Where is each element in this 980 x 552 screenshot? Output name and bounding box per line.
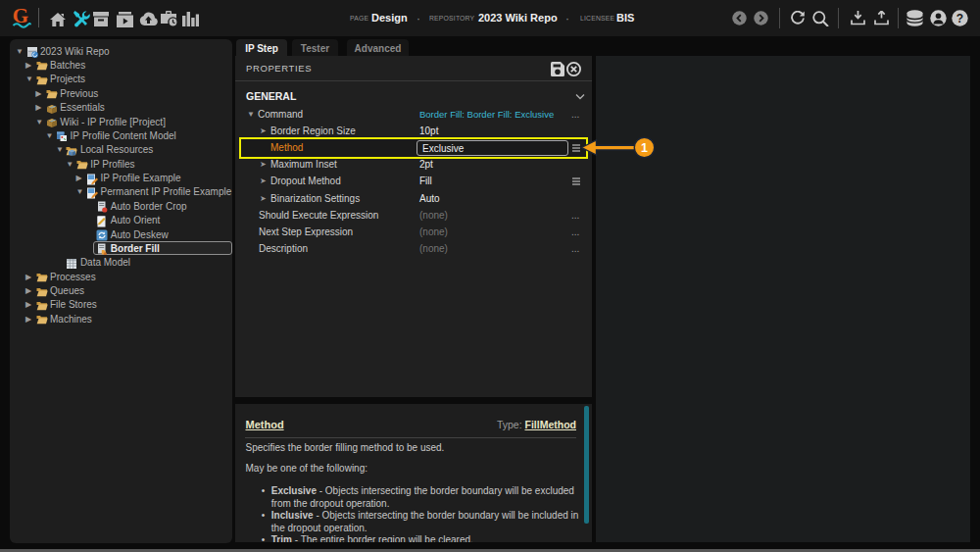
svg-text:?: ? — [956, 12, 963, 25]
svg-text:1: 1 — [641, 141, 648, 155]
